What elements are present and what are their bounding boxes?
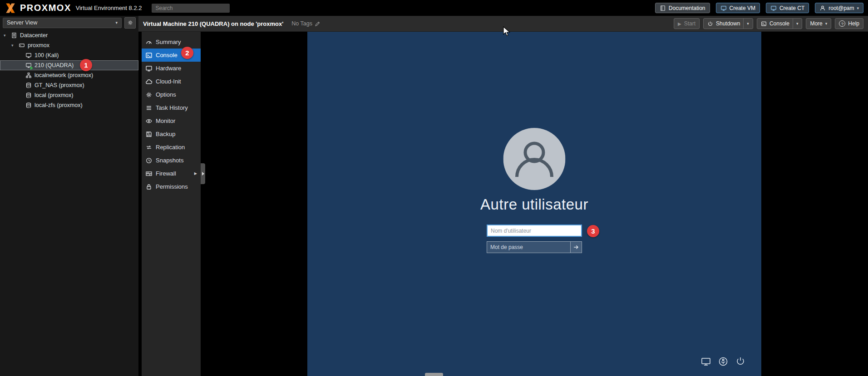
- menu-item-label: Console: [156, 52, 178, 59]
- tree-item-label: localnetwork (proxmox): [35, 72, 93, 78]
- menu-item-hardware[interactable]: Hardware: [142, 62, 201, 75]
- user-menu-button[interactable]: root@pam ▾: [815, 3, 863, 13]
- top-header: PROXMOX Virtual Environment 8.2.2 Docume…: [0, 0, 868, 16]
- menu-item-snapshots[interactable]: Snapshots: [142, 154, 201, 167]
- view-selector[interactable]: Server View ▾: [3, 18, 122, 28]
- brand-name: PROXMOX: [20, 3, 71, 13]
- vm-icon: [25, 52, 32, 59]
- annotation-step-badge: 2: [181, 47, 193, 59]
- submenu-caret-icon: ▶: [194, 171, 197, 176]
- login-submit-button[interactable]: [570, 241, 582, 253]
- menu-item-options[interactable]: Options: [142, 88, 201, 101]
- terminal-icon: [145, 52, 153, 59]
- resource-tree: ▾ Datacenter ▾ proxmox: [0, 29, 138, 110]
- shutdown-button[interactable]: Shutdown ▾: [703, 18, 753, 29]
- sidebar-toolbar: Server View ▾: [0, 16, 138, 29]
- book-icon: [660, 5, 666, 11]
- tree-item-vm-210[interactable]: 210 (QUADRA): [0, 60, 138, 70]
- list-icon: [145, 104, 153, 112]
- menu-item-label: Monitor: [156, 117, 175, 124]
- tree-item-localnetwork[interactable]: localnetwork (proxmox): [0, 70, 138, 80]
- chevron-down-icon: ▾: [857, 6, 859, 10]
- tags-control[interactable]: No Tags: [291, 20, 321, 27]
- start-label: Start: [684, 20, 695, 27]
- menu-item-backup[interactable]: Backup: [142, 127, 201, 141]
- tree-item-local-zfs[interactable]: local-zfs (proxmox): [0, 100, 138, 110]
- tree-item-datacenter[interactable]: ▾ Datacenter: [0, 30, 138, 40]
- search-input[interactable]: [152, 4, 230, 13]
- panel-splitter[interactable]: [138, 32, 142, 376]
- menu-item-monitor[interactable]: Monitor: [142, 114, 201, 127]
- network-icon[interactable]: [700, 356, 711, 367]
- chevron-down-icon: ▾: [115, 20, 118, 25]
- menu-item-permissions[interactable]: Permissions: [142, 180, 201, 193]
- annotation-step-badge: 1: [80, 59, 92, 71]
- menu-item-label: Task History: [156, 104, 188, 111]
- menu-item-label: Cloud-Init: [156, 78, 181, 85]
- more-button[interactable]: More ▾: [806, 18, 831, 29]
- collapse-caret-icon: [202, 172, 204, 176]
- documentation-label: Documentation: [669, 5, 705, 11]
- sync-icon: [145, 144, 153, 151]
- pencil-icon: [315, 21, 321, 27]
- vm-menu: Summary Console: [142, 32, 201, 376]
- history-icon: [145, 157, 153, 164]
- password-input[interactable]: [487, 241, 570, 253]
- expand-caret-icon[interactable]: ▾: [11, 43, 16, 48]
- tree-item-label: Datacenter: [20, 32, 48, 39]
- menu-item-firewall[interactable]: Firewall ▶: [142, 167, 201, 180]
- menu-item-label: Hardware: [156, 65, 181, 72]
- console-scrollbar[interactable]: [425, 373, 443, 376]
- arrow-right-icon: [573, 244, 579, 250]
- vm-running-icon: [25, 62, 32, 69]
- panel-collapse-handle[interactable]: [201, 163, 205, 184]
- start-button[interactable]: ▶ Start: [674, 18, 700, 29]
- tree-item-label: proxmox: [28, 42, 49, 49]
- help-button[interactable]: ? Help: [835, 18, 863, 29]
- eye-icon: [145, 117, 153, 125]
- tree-item-node-proxmox[interactable]: ▾ proxmox: [0, 40, 138, 50]
- menu-item-cloud-init[interactable]: Cloud-Init: [142, 75, 201, 88]
- create-vm-button[interactable]: Create VM: [716, 3, 760, 13]
- play-icon: ▶: [678, 21, 681, 26]
- gear-icon: [145, 91, 153, 98]
- power-icon[interactable]: [735, 356, 746, 367]
- menu-item-label: Summary: [156, 39, 181, 45]
- menu-item-label: Backup: [156, 131, 175, 137]
- floppy-icon: [145, 131, 153, 138]
- storage-icon: [25, 82, 32, 89]
- documentation-button[interactable]: Documentation: [655, 3, 710, 13]
- console-dropdown-caret[interactable]: ▾: [793, 19, 799, 29]
- tree-item-gt-nas[interactable]: GT_NAS (proxmox): [0, 80, 138, 90]
- tree-item-local[interactable]: local (proxmox): [0, 90, 138, 100]
- help-icon: ?: [839, 20, 845, 27]
- gauge-icon: [145, 39, 153, 46]
- help-label: Help: [848, 20, 859, 27]
- more-label: More: [810, 20, 822, 27]
- tree-item-vm-100[interactable]: 100 (Kali): [0, 50, 138, 60]
- user-icon: [819, 5, 826, 11]
- mouse-cursor: [503, 26, 511, 39]
- chevron-down-icon: ▾: [825, 21, 828, 26]
- shutdown-label: Shutdown: [716, 20, 740, 27]
- menu-item-summary[interactable]: Summary: [142, 35, 201, 49]
- node-icon: [18, 42, 25, 49]
- menu-item-label: Firewall: [156, 170, 176, 177]
- expand-caret-icon[interactable]: ▾: [4, 33, 8, 38]
- menu-item-task-history[interactable]: Task History: [142, 101, 201, 114]
- settings-gear-button[interactable]: [124, 17, 136, 29]
- username-input[interactable]: [487, 225, 582, 237]
- tags-label: No Tags: [291, 20, 312, 27]
- create-ct-button[interactable]: Create CT: [766, 3, 809, 13]
- console-label: Console: [769, 20, 789, 27]
- menu-item-replication[interactable]: Replication: [142, 141, 201, 154]
- console-button[interactable]: Console ▾: [757, 18, 803, 29]
- tree-item-label: local (proxmox): [35, 92, 73, 98]
- storage-icon: [25, 92, 32, 99]
- password-row: [487, 241, 582, 253]
- ease-of-access-icon[interactable]: [718, 356, 729, 367]
- vm-console-screen[interactable]: Autre utilisateur: [307, 32, 761, 376]
- shutdown-dropdown-caret[interactable]: ▾: [743, 19, 749, 29]
- menu-item-label: Snapshots: [156, 157, 183, 164]
- create-ct-label: Create CT: [779, 5, 804, 11]
